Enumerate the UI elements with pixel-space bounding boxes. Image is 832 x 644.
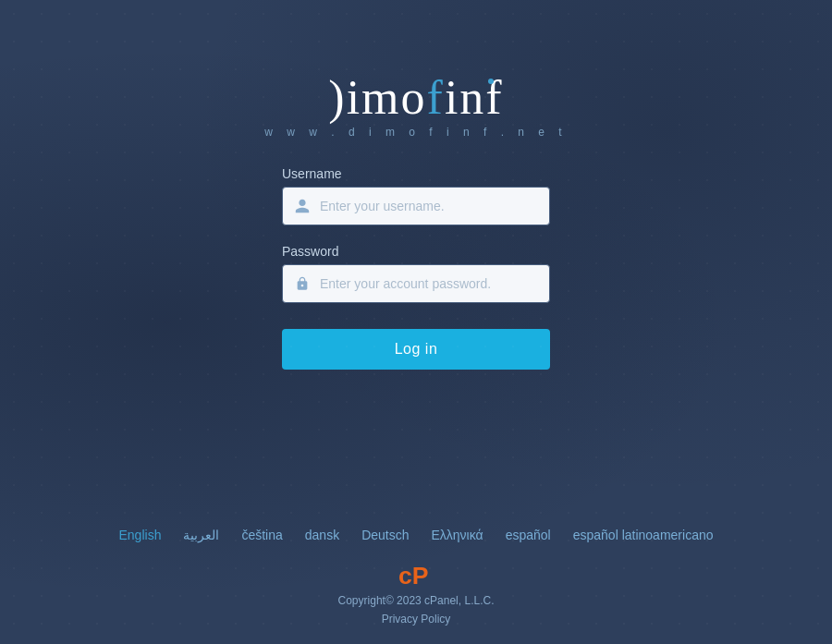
logo-subtitle: w w w . d i m o f i n f . n e t <box>264 126 567 139</box>
lang-czech[interactable]: čeština <box>241 528 282 542</box>
lang-spanish[interactable]: español <box>506 528 551 542</box>
lang-spanish-la[interactable]: español latinoamericano <box>573 528 714 542</box>
lang-greek[interactable]: Ελληνικά <box>432 528 483 542</box>
password-input[interactable] <box>282 264 550 303</box>
lang-arabic[interactable]: العربية <box>183 528 219 542</box>
footer: cP Copyright© 2023 cPanel, L.L.C. Privac… <box>0 563 832 626</box>
logo-text: )imofinf <box>328 74 503 122</box>
username-input[interactable] <box>282 187 550 225</box>
user-icon <box>293 197 312 215</box>
username-label: Username <box>282 166 550 181</box>
lang-german[interactable]: Deutsch <box>361 528 409 542</box>
privacy-policy-link[interactable]: Privacy Policy <box>382 613 451 626</box>
logo-section: )imofinf w w w . d i m o f i n f . n e t <box>264 74 567 139</box>
lang-danish[interactable]: dansk <box>305 528 339 542</box>
login-form: Username Password Log in <box>282 166 550 370</box>
username-input-wrapper <box>282 187 550 225</box>
lang-english[interactable]: English <box>119 528 162 542</box>
logo-text-display: )imofinf <box>328 71 503 124</box>
copyright-text: Copyright© 2023 cPanel, L.L.C. <box>338 594 495 607</box>
lock-icon <box>293 274 312 293</box>
main-content: )imofinf w w w . d i m o f i n f . n e t… <box>0 74 832 370</box>
password-label: Password <box>282 244 550 259</box>
cpanel-logo: cP <box>398 563 434 589</box>
language-bar: English العربية čeština dansk Deutsch Ελ… <box>0 528 832 542</box>
password-input-wrapper <box>282 264 550 303</box>
login-button[interactable]: Log in <box>282 329 550 370</box>
svg-text:cP: cP <box>398 563 429 589</box>
